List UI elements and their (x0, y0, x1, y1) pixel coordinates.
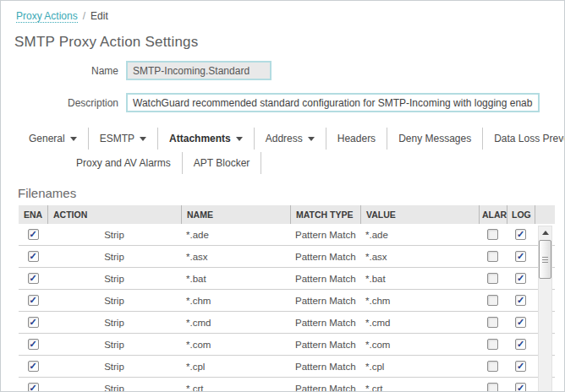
action-cell: Strip (47, 340, 181, 350)
log-checkbox-checked[interactable]: ✓ (515, 339, 526, 350)
column-header-alarm: ALARI (479, 205, 507, 224)
alarm-checkbox-unchecked[interactable] (487, 229, 498, 240)
match-type-cell: Pattern Match (290, 274, 360, 284)
ena-checkbox-checked[interactable]: ✓ (28, 317, 39, 328)
name-cell: *.com (181, 340, 290, 350)
alarm-checkbox-unchecked[interactable] (487, 251, 498, 262)
tab-address[interactable]: Address (255, 128, 326, 150)
ena-checkbox-checked[interactable]: ✓ (28, 251, 39, 262)
log-checkbox-checked[interactable]: ✓ (515, 295, 526, 306)
table-row-chm[interactable]: ✓Strip*.chmPattern Match*.chm✓ (19, 290, 555, 312)
tab-label: ESMTP (100, 133, 134, 144)
action-cell: Strip (47, 230, 181, 240)
tab-label: Proxy and AV Alarms (76, 157, 171, 169)
log-checkbox-checked[interactable]: ✓ (515, 273, 526, 284)
alarm-cell (479, 361, 507, 372)
match-type-cell: Pattern Match (290, 340, 360, 350)
ena-checkbox-checked[interactable]: ✓ (28, 229, 39, 240)
log-checkbox-checked[interactable]: ✓ (515, 229, 526, 240)
name-cell: *.cmd (181, 318, 290, 328)
alarm-cell (479, 229, 507, 240)
match-type-cell: Pattern Match (290, 296, 360, 306)
tab-attachments[interactable]: Attachments (158, 128, 255, 150)
chevron-down-icon (140, 137, 146, 144)
log-checkbox-checked[interactable]: ✓ (515, 251, 526, 262)
log-cell: ✓ (507, 361, 535, 372)
alarm-checkbox-unchecked[interactable] (487, 361, 498, 372)
table-row-crt[interactable]: ✓Strip*.crtPattern Match*.crt✓ (19, 378, 555, 392)
tab-esmtp[interactable]: ESMTP (89, 128, 158, 150)
value-cell: *.cmd (360, 318, 479, 328)
column-header-value: VALUE (360, 205, 479, 224)
log-checkbox-checked[interactable]: ✓ (515, 317, 526, 328)
match-type-cell: Pattern Match (290, 362, 360, 372)
name-field[interactable] (126, 61, 272, 80)
page-title: SMTP Proxy Action Settings (14, 34, 564, 51)
tab-bar-row-2: Proxy and AV AlarmsAPT Blocker (65, 152, 564, 174)
table-row-asx[interactable]: ✓Strip*.asxPattern Match*.asx✓ (19, 246, 555, 268)
breadcrumb-proxy-actions-link[interactable]: Proxy Actions (16, 10, 78, 23)
table-header-row: ENA ACTION NAME MATCH TYPE VALUE ALARI L… (19, 205, 555, 224)
table-row-com[interactable]: ✓Strip*.comPattern Match*.com✓ (19, 334, 555, 356)
match-type-cell: Pattern Match (290, 252, 360, 262)
ena-checkbox-checked[interactable]: ✓ (28, 361, 39, 372)
ena-checkbox-checked[interactable]: ✓ (28, 273, 39, 284)
ena-cell: ✓ (19, 295, 47, 306)
log-checkbox-checked[interactable]: ✓ (515, 383, 526, 392)
action-cell: Strip (47, 252, 181, 262)
action-cell: Strip (47, 318, 181, 328)
column-header-match-type: MATCH TYPE (290, 205, 360, 224)
log-cell: ✓ (507, 383, 535, 392)
tab-label: APT Blocker (194, 157, 250, 169)
log-checkbox-checked[interactable]: ✓ (515, 361, 526, 372)
breadcrumb-separator: / (83, 10, 85, 22)
tab-label: Attachments (169, 133, 231, 144)
ena-cell: ✓ (19, 317, 47, 328)
column-header-ena: ENA (19, 205, 47, 224)
match-type-cell: Pattern Match (290, 318, 360, 328)
name-form-row: Name (1, 61, 564, 80)
name-label: Name (1, 65, 126, 77)
alarm-checkbox-unchecked[interactable] (487, 295, 498, 306)
ena-checkbox-checked[interactable]: ✓ (28, 339, 39, 350)
name-cell: *.asx (181, 252, 290, 262)
vertical-scrollbar[interactable] (538, 226, 552, 392)
tab-general[interactable]: General (18, 128, 89, 150)
scroll-up-button[interactable] (539, 226, 551, 239)
ena-cell: ✓ (19, 361, 47, 372)
ena-checkbox-checked[interactable]: ✓ (28, 383, 39, 392)
table-row-cpl[interactable]: ✓Strip*.cplPattern Match*.cpl✓ (19, 356, 555, 378)
action-cell: Strip (47, 384, 181, 392)
alarm-checkbox-unchecked[interactable] (487, 383, 498, 392)
name-cell: *.ade (181, 230, 290, 240)
tab-bar-row-1: GeneralESMTPAttachmentsAddressHeadersDen… (18, 128, 564, 150)
value-cell: *.asx (360, 252, 479, 262)
alarm-cell (479, 317, 507, 328)
value-cell: *.cpl (360, 362, 479, 372)
value-cell: *.crt (360, 384, 479, 392)
tab-headers[interactable]: Headers (326, 128, 387, 150)
ena-cell: ✓ (19, 339, 47, 350)
log-cell: ✓ (507, 317, 535, 328)
tab-apt-blocker[interactable]: APT Blocker (183, 152, 261, 174)
tab-proxy-and-av-alarms[interactable]: Proxy and AV Alarms (65, 152, 183, 174)
scrollbar-thumb[interactable] (539, 240, 551, 279)
ena-checkbox-checked[interactable]: ✓ (28, 295, 39, 306)
tab-label: Deny Messages (398, 133, 471, 144)
tab-deny-messages[interactable]: Deny Messages (387, 128, 483, 150)
table-row-cmd[interactable]: ✓Strip*.cmdPattern Match*.cmd✓ (19, 312, 555, 334)
description-label: Description (1, 97, 126, 109)
value-cell: *.com (360, 340, 479, 350)
table-row-ade[interactable]: ✓Strip*.adePattern Match*.ade✓ (19, 224, 555, 246)
alarm-cell (479, 383, 507, 392)
tab-label: Data Loss Prevention (494, 133, 565, 144)
chevron-down-icon (308, 137, 315, 144)
table-row-bat[interactable]: ✓Strip*.batPattern Match*.bat✓ (19, 268, 555, 290)
tab-data-loss-prevention[interactable]: Data Loss Prevention (483, 128, 565, 150)
alarm-checkbox-unchecked[interactable] (487, 339, 498, 350)
alarm-checkbox-unchecked[interactable] (487, 273, 498, 284)
alarm-checkbox-unchecked[interactable] (487, 317, 498, 328)
action-cell: Strip (47, 296, 181, 306)
description-field[interactable] (126, 93, 540, 112)
name-cell: *.chm (181, 296, 290, 306)
